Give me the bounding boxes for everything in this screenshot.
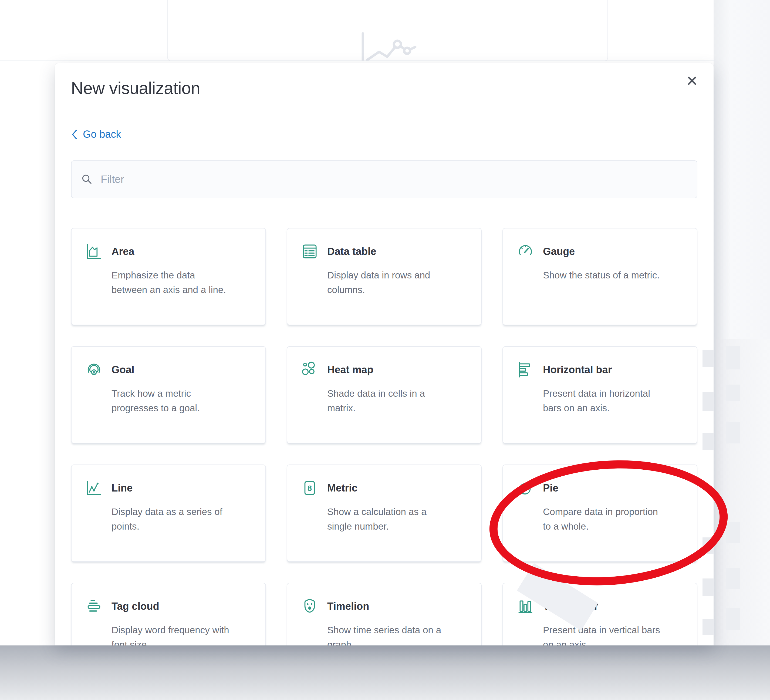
visualization-grid: Area Emphasize the data between an axis … (71, 228, 697, 645)
vertical-bar-icon (516, 597, 534, 615)
background-artifact-square (726, 346, 740, 369)
page-bottom-overlay (0, 645, 770, 700)
viz-card-description: Shade data in cells in a matrix. (327, 386, 447, 415)
background-artifact-square (726, 608, 740, 630)
background-divider (0, 60, 770, 61)
pie-chart-icon (516, 479, 534, 497)
new-visualization-modal: ✕ New visualization Go back Area Emphasi… (55, 63, 713, 645)
viz-card-description: Show the status of a metric. (543, 268, 660, 282)
viz-card-description: Emphasize the data between an axis and a… (112, 268, 231, 297)
viz-card-gauge[interactable]: Gauge Show the status of a metric. (502, 228, 697, 325)
viz-card-line[interactable]: Line Display data as a series of points. (71, 465, 266, 562)
viz-card-title: Pie (543, 479, 558, 497)
background-artifact-square (702, 350, 714, 367)
modal-title: New visualization (71, 78, 200, 98)
viz-card-title: Line (112, 479, 133, 497)
chevron-left-icon (71, 129, 78, 140)
viz-card-metric[interactable]: 8 Metric Show a calculation as a single … (287, 465, 482, 562)
background-artifact-square (726, 522, 740, 543)
viz-card-data-table[interactable]: Data table Display data in rows and colu… (287, 228, 482, 325)
background-artifact-square (702, 578, 714, 596)
viz-card-pie[interactable]: Pie Compare data in proportion to a whol… (502, 465, 697, 562)
viz-card-title: Goal (112, 361, 134, 379)
viz-card-goal[interactable]: 8 Goal Track how a metric progresses to … (71, 346, 266, 444)
metric-icon: 8 (301, 479, 319, 497)
viz-card-title: Tag cloud (112, 597, 159, 615)
area-chart-icon (85, 243, 103, 260)
background-artifact-square (702, 392, 714, 411)
search-icon (81, 173, 93, 186)
background-skeleton-panel (716, 339, 770, 645)
viz-card-description: Show a calculation as a single number. (327, 504, 447, 534)
line-chart-icon (85, 479, 103, 497)
viz-card-horizontal-bar[interactable]: Horizontal bar Present data in horizonta… (502, 346, 697, 444)
background-artifact-square (702, 433, 714, 450)
viz-card-title: Gauge (543, 243, 575, 260)
timelion-bear-icon (301, 597, 319, 615)
filter-input[interactable] (101, 173, 688, 185)
viz-card-description: Display word frequency with font size. (112, 623, 231, 645)
close-icon[interactable]: ✕ (681, 70, 703, 92)
viz-card-title: Timelion (327, 597, 369, 615)
background-artifact-square (726, 568, 740, 589)
viz-card-description: Display data in rows and columns. (327, 268, 447, 297)
background-artifact-square (702, 538, 714, 554)
viz-card-title: Heat map (327, 361, 374, 379)
gauge-icon (516, 243, 534, 260)
line-chart-sketch-icon (359, 31, 448, 61)
viz-card-heat-map[interactable]: Heat map Shade data in cells in a matrix… (287, 346, 482, 444)
go-back-label: Go back (83, 128, 121, 140)
viz-card-title: Metric (327, 479, 358, 497)
svg-text:8: 8 (307, 484, 312, 493)
tag-cloud-icon (85, 597, 103, 615)
viz-card-tag-cloud[interactable]: Tag cloud Display word frequency with fo… (71, 583, 266, 645)
viz-card-description: Track how a metric progresses to a goal. (112, 386, 231, 415)
background-artifact-square (726, 384, 740, 401)
viz-card-timelion[interactable]: Timelion Show time series data on a grap… (287, 583, 482, 645)
background-artifact-square (702, 619, 714, 635)
viz-card-title: Data table (327, 243, 376, 260)
svg-text:8: 8 (93, 370, 95, 374)
background-artifact-square (726, 422, 740, 444)
go-back-link[interactable]: Go back (71, 128, 121, 140)
horizontal-bar-icon (516, 361, 534, 379)
heat-map-icon (301, 361, 319, 379)
viz-card-description: Show time series data on a graph. (327, 623, 447, 645)
data-table-icon (301, 243, 319, 260)
viz-card-description: Display data as a series of points. (112, 504, 231, 534)
viz-card-description: Present data in vertical bars on an axis… (543, 623, 663, 645)
goal-icon: 8 (85, 361, 103, 379)
viz-card-title: Horizontal bar (543, 361, 612, 379)
viz-card-area[interactable]: Area Emphasize the data between an axis … (71, 228, 266, 325)
viz-card-description: Present data in horizontal bars on an ax… (543, 386, 663, 415)
viz-card-title: Area (112, 243, 134, 260)
filter-search-field[interactable] (71, 160, 697, 198)
viz-card-description: Compare data in proportion to a whole. (543, 504, 663, 534)
